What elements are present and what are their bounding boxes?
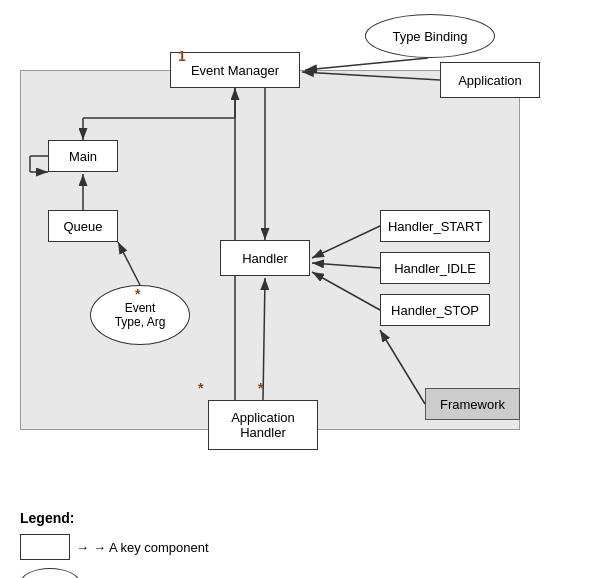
handler-start-label: Handler_START (388, 219, 482, 234)
mult-star2: * (258, 380, 263, 396)
main-label: Main (69, 149, 97, 164)
handler-start-box: Handler_START (380, 210, 490, 242)
framework-label: Framework (425, 388, 520, 420)
legend-title: Legend: (20, 510, 420, 526)
svg-line-17 (380, 330, 425, 404)
legend-box-desc: → A key component (93, 540, 209, 555)
type-binding-ellipse: Type Binding (365, 14, 495, 58)
svg-line-13 (312, 272, 380, 310)
app-handler-box: Application Handler (208, 400, 318, 450)
handler-idle-box: Handler_IDLE (380, 252, 490, 284)
legend: Legend: → → A key component → → Activiti… (20, 510, 420, 578)
event-manager-box: Event Manager (170, 52, 300, 88)
type-binding-label: Type Binding (392, 29, 467, 44)
queue-box: Queue (48, 210, 118, 242)
queue-label: Queue (63, 219, 102, 234)
application-label: Application (458, 73, 522, 88)
framework-text: Framework (440, 397, 505, 412)
legend-item-ellipse: → → Activities pertaining to a class (20, 568, 420, 578)
svg-line-2 (302, 72, 440, 80)
svg-line-16 (118, 242, 140, 285)
application-box: Application (440, 62, 540, 98)
app-handler-label: Application Handler (231, 410, 295, 440)
legend-ellipse-shape (20, 568, 80, 578)
handler-box: Handler (220, 240, 310, 276)
handler-stop-label: Handler_STOP (391, 303, 479, 318)
handler-label: Handler (242, 251, 288, 266)
svg-line-1 (305, 58, 428, 70)
legend-item-box: → → A key component (20, 534, 420, 560)
handler-idle-label: Handler_IDLE (394, 261, 476, 276)
svg-line-12 (312, 263, 380, 268)
legend-box-shape (20, 534, 70, 560)
legend-box-arrow: → (76, 540, 89, 555)
mult-one: 1 (178, 48, 186, 64)
handler-stop-box: Handler_STOP (380, 294, 490, 326)
main-box: Main (48, 140, 118, 172)
svg-line-11 (312, 226, 380, 258)
event-type-label: Event Type, Arg (115, 301, 166, 329)
event-manager-label: Event Manager (191, 63, 279, 78)
diagram-container: 1 * * * Type Binding Application Event M… (10, 10, 575, 500)
mult-star3: * (135, 286, 140, 302)
mult-star1: * (198, 380, 203, 396)
